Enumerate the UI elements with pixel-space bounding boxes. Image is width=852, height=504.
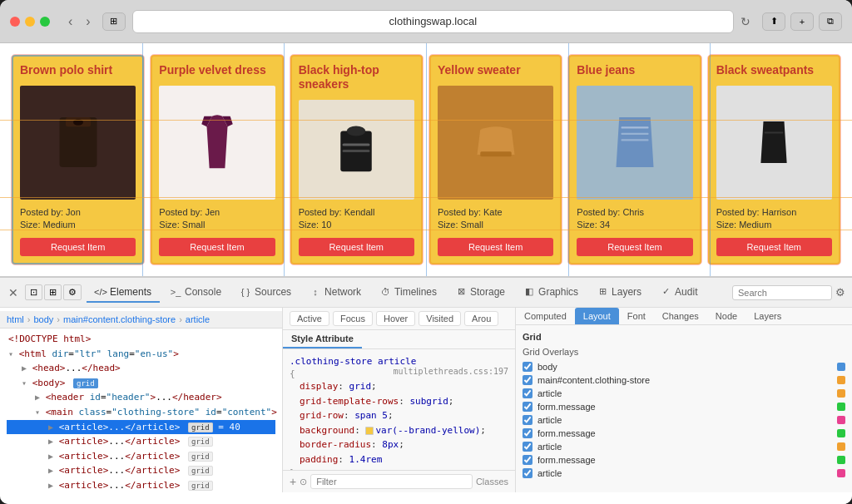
classes-label: Classes — [476, 477, 508, 487]
dom-line-head[interactable]: ▶ <head>...</head> — [7, 361, 275, 376]
tab-console[interactable]: >_ Console — [161, 283, 230, 303]
overlay-body-label: body — [537, 362, 832, 372]
breadcrumb-body[interactable]: body — [33, 314, 53, 324]
style-attr-tab[interactable]: Style Attribute — [283, 330, 362, 348]
svg-rect-7 — [480, 151, 512, 156]
tab-network[interactable]: ↕ Network — [301, 283, 369, 303]
windows-button[interactable]: ⧉ — [819, 12, 842, 31]
overlay-article-3-color — [837, 442, 845, 451]
style-display: display: grid; — [290, 379, 508, 394]
overlay-form-2-checkbox[interactable] — [523, 428, 532, 438]
settings-button[interactable]: ⚙ — [63, 284, 82, 300]
card-5-info: Posted by: Chris Size: 34 — [577, 206, 692, 232]
devtools-settings-icon[interactable]: ⚙ — [835, 286, 845, 299]
dom-line-html[interactable]: ▾ <html dir="ltr" lang="en-us"> — [7, 347, 275, 362]
overlay-article-1-label: article — [537, 388, 832, 398]
overlay-main-label: main#content.clothing-store — [537, 375, 832, 385]
card-3-request-btn[interactable]: Request Item — [299, 238, 414, 256]
share-button[interactable]: ⬆ — [762, 12, 785, 31]
layout-panel: Computed Layout Font Changes Node Layers… — [516, 308, 852, 492]
back-button[interactable]: ‹ — [63, 12, 77, 31]
dom-line-main[interactable]: ▾ <main class="clothing-store" id="conte… — [7, 405, 275, 420]
tab-sources[interactable]: { } Sources — [231, 283, 300, 303]
overlay-form-3-checkbox[interactable] — [523, 455, 532, 465]
dom-line-article-4[interactable]: ▶ <article>...</article> grid — [7, 463, 275, 478]
devtools-search-input[interactable] — [732, 285, 832, 300]
dom-line-header[interactable]: ▶ <header id="header">...</header> — [7, 390, 275, 405]
overlay-body-checkbox[interactable] — [523, 362, 532, 372]
forward-button[interactable]: › — [81, 12, 95, 31]
devtools-body: html › body › main#content.clothing-stor… — [0, 308, 852, 492]
breadcrumb-html[interactable]: html — [7, 314, 24, 324]
overlay-article-3-checkbox[interactable] — [523, 442, 532, 452]
reload-button[interactable]: ↻ — [741, 15, 750, 28]
title-bar: ‹ › ⊞ ↻ ⬆ + ⧉ — [0, 0, 852, 43]
card-1-info: Posted by: Jon Size: Medium — [20, 206, 136, 232]
dom-line-body[interactable]: ▾ <body> grid — [7, 376, 275, 391]
filter-input[interactable] — [310, 474, 473, 489]
card-6-request-btn[interactable]: Request Item — [716, 238, 832, 256]
styles-panel: Active Focus Hover Visited Arou Style At… — [283, 308, 516, 492]
card-2-request-btn[interactable]: Request Item — [159, 238, 275, 256]
overlay-article-1-checkbox[interactable] — [523, 388, 532, 398]
devtools-close-button[interactable]: ✕ — [7, 286, 20, 299]
card-1-request-btn[interactable]: Request Item — [20, 238, 136, 256]
minimize-button[interactable] — [25, 17, 35, 27]
card-1: Brown polo shirt Posted by: Jon Size: Me… — [12, 55, 144, 264]
overlay-article-4-checkbox[interactable] — [523, 468, 532, 478]
tab-layers[interactable]: ⊞ Layers — [588, 283, 650, 303]
card-3-info: Posted by: Kendall Size: 10 — [299, 206, 414, 232]
tab-storage[interactable]: ⊠ Storage — [447, 283, 513, 303]
card-5-request-btn[interactable]: Request Item — [577, 238, 692, 256]
responsive-button[interactable]: ⊞ — [44, 284, 62, 300]
add-filter-icon[interactable]: + — [290, 475, 296, 488]
dom-line-article-selected[interactable]: ▶ <article>...</article> grid = 40 — [7, 420, 275, 435]
devtools-toolbar: ✕ ⊡ ⊞ ⚙ </> Elements >_ Console { } Sour… — [0, 278, 852, 308]
layout-tab[interactable]: Layout — [575, 308, 619, 324]
card-2-title: Purple velvet dress — [159, 63, 275, 77]
node-tab[interactable]: Node — [707, 308, 746, 324]
overlay-form-1-checkbox[interactable] — [523, 402, 532, 412]
state-visited[interactable]: Visited — [419, 311, 461, 326]
dom-line-article-3[interactable]: ▶ <article>...</article> grid — [7, 449, 275, 464]
traffic-lights — [10, 17, 50, 27]
tab-button[interactable]: ⊞ — [102, 12, 126, 31]
font-tab[interactable]: Font — [619, 308, 654, 324]
card-2-info: Posted by: Jen Size: Small — [159, 206, 275, 232]
tab-elements[interactable]: </> Elements — [87, 283, 160, 303]
state-arou[interactable]: Arou — [464, 311, 498, 326]
styles-content: .clothing-store article multiplethreads.… — [283, 349, 515, 470]
dom-line-doctype[interactable]: <!DOCTYPE html> — [7, 332, 275, 347]
graphics-icon: ◧ — [523, 286, 535, 298]
new-tab-button[interactable]: + — [790, 12, 814, 31]
style-grid-row: grid-row: span 5; — [290, 408, 508, 423]
state-active[interactable]: Active — [290, 311, 329, 326]
tab-timelines[interactable]: ⏱ Timelines — [371, 283, 445, 303]
maximize-button[interactable] — [40, 17, 50, 27]
state-hover[interactable]: Hover — [376, 311, 415, 326]
card-4-request-btn[interactable]: Request Item — [438, 238, 553, 256]
tab-audit[interactable]: ✓ Audit — [651, 283, 706, 303]
close-button[interactable] — [10, 17, 20, 27]
computed-tab[interactable]: Computed — [516, 308, 575, 324]
dom-line-article-2[interactable]: ▶ <article>...</article> grid — [7, 434, 275, 449]
breadcrumb-article[interactable]: article — [186, 314, 210, 324]
svg-rect-9 — [621, 133, 648, 135]
breadcrumb-main[interactable]: main#content.clothing-store — [63, 314, 176, 324]
overlay-form-2-label: form.message — [537, 428, 832, 438]
inspect-element-button[interactable]: ⊡ — [25, 284, 42, 300]
tab-graphics[interactable]: ◧ Graphics — [515, 283, 587, 303]
browser-window: ‹ › ⊞ ↻ ⬆ + ⧉ — [0, 0, 852, 504]
overlay-article-2-checkbox[interactable] — [523, 415, 532, 425]
card-1-title: Brown polo shirt — [20, 63, 136, 77]
layers-tab[interactable]: Layers — [746, 308, 790, 324]
svg-rect-11 — [765, 132, 784, 134]
address-bar[interactable] — [141, 15, 725, 27]
devtools: ✕ ⊡ ⊞ ⚙ </> Elements >_ Console { } Sour… — [0, 276, 852, 492]
overlay-main-checkbox[interactable] — [523, 375, 532, 385]
card-4-info: Posted by: Kate Size: Small — [438, 206, 553, 232]
state-focus[interactable]: Focus — [333, 311, 373, 326]
dom-line-article-5[interactable]: ▶ <article>...</article> grid — [7, 478, 275, 492]
changes-tab[interactable]: Changes — [654, 308, 707, 324]
overlay-article-2-color — [837, 416, 845, 424]
